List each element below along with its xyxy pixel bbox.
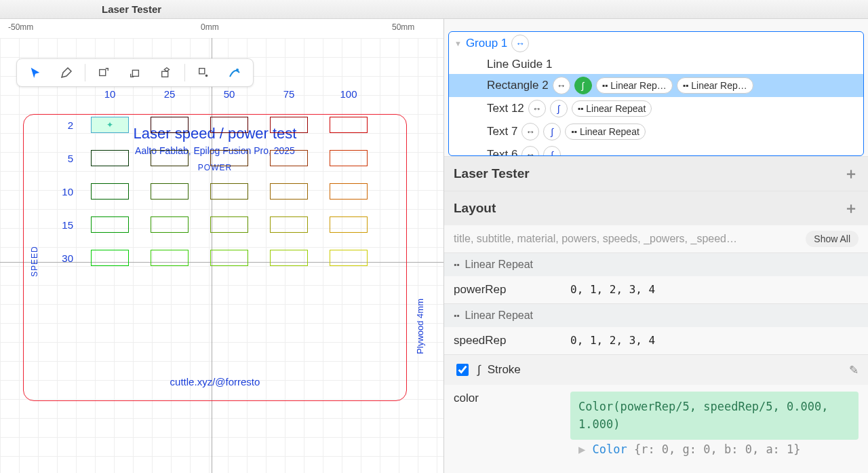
canvas-area[interactable]: -50mm 0mm 50mm Laser sp (0, 19, 444, 473)
repeat-icon: ▪▪ (683, 81, 689, 90)
outline-item[interactable]: Text 7 ↔ ∫ ▪▪Linear Repeat (449, 120, 863, 143)
shape-tool-1[interactable] (88, 60, 119, 85)
section-header[interactable]: Laser Tester ＋ (444, 157, 868, 191)
property-row: hairline (444, 470, 868, 473)
test-swatch[interactable] (330, 117, 368, 133)
test-swatch[interactable] (330, 250, 368, 266)
test-swatch[interactable] (91, 183, 129, 200)
test-swatch[interactable] (330, 216, 368, 233)
property-value[interactable]: 0, 1, 2, 3, 4 (570, 283, 859, 296)
stroke-enabled-checkbox[interactable] (456, 364, 469, 376)
test-swatch[interactable] (151, 183, 189, 200)
svg-point-4 (205, 75, 208, 77)
modifier-section: ▪▪ Linear Repeat (444, 303, 868, 327)
item-label: Text 12 (487, 102, 524, 115)
layer-outline: ▼ Group 1 ↔ Line Guide 1 Rectangle 2 ↔ ∫… (448, 31, 864, 156)
test-swatch[interactable] (151, 150, 189, 166)
test-swatch[interactable] (210, 183, 248, 200)
curve-icon: ∫ (551, 149, 553, 156)
property-key: speedRep (454, 334, 562, 347)
test-swatch[interactable] (270, 183, 308, 200)
test-swatch[interactable] (270, 117, 308, 133)
test-swatch-selected[interactable]: ✦ (91, 117, 129, 133)
test-swatch[interactable] (210, 150, 248, 166)
transform-pill[interactable]: ↔ (511, 35, 529, 52)
outline-item[interactable]: Text 12 ↔ ∫ ▪▪Linear Repeat (449, 97, 863, 120)
transform-pill[interactable]: ↔ (521, 123, 539, 140)
shape-tool-2[interactable] (119, 60, 151, 85)
snap-tool[interactable] (188, 60, 219, 85)
outline-item[interactable]: Text 6 ↔ ∫ (449, 143, 863, 156)
curve-icon: ∫ (477, 363, 481, 377)
test-swatch[interactable] (91, 216, 129, 233)
test-swatch[interactable] (91, 250, 129, 266)
test-swatch[interactable] (270, 250, 308, 266)
test-swatch[interactable] (330, 150, 368, 166)
modifier-title: Linear Repeat (465, 259, 534, 271)
item-label: Line Guide 1 (487, 58, 552, 71)
stroke-pill[interactable]: ∫ (543, 146, 561, 156)
toolbar-separator (184, 64, 185, 81)
edit-icon[interactable]: ✎ (849, 363, 859, 377)
modifier-title: Linear Repeat (465, 309, 534, 322)
disclosure-triangle-icon[interactable]: ▼ (454, 39, 462, 48)
modifier-pill[interactable]: ▪▪Linear Repeat (572, 100, 652, 117)
transform-pill[interactable]: ↔ (553, 77, 570, 94)
svg-point-5 (236, 69, 239, 71)
item-label: Text 7 (487, 125, 517, 138)
property-key: color (454, 392, 562, 405)
move-icon: ↔ (526, 149, 535, 156)
color-expression-input[interactable]: Color(powerRep/5, speedRep/5, 0.000, 1.0… (570, 392, 859, 440)
outline-item-selected[interactable]: Rectangle 2 ↔ ∫ ▪▪Linear Rep… ▪▪Linear R… (449, 74, 863, 97)
move-icon: ↔ (532, 103, 542, 114)
test-swatch[interactable] (151, 250, 189, 266)
stroke-pill[interactable]: ∫ (550, 100, 568, 117)
transform-pill[interactable]: ↔ (521, 146, 539, 156)
pen-tool[interactable] (51, 60, 82, 85)
outline-group[interactable]: ▼ Group 1 ↔ (449, 32, 863, 55)
test-swatch[interactable] (91, 150, 129, 166)
inspector-panel: ▼ Group 1 ↔ Line Guide 1 Rectangle 2 ↔ ∫… (444, 19, 868, 473)
curve-tool[interactable] (219, 60, 250, 85)
show-all-button[interactable]: Show All (806, 231, 859, 247)
modifier-pill[interactable]: ▪▪Linear Repeat (565, 124, 645, 140)
test-swatch[interactable] (330, 183, 368, 200)
power-header: 10 (80, 88, 140, 100)
property-key: powerRep (454, 283, 562, 297)
test-swatch[interactable] (210, 216, 248, 233)
stroke-pill[interactable]: ∫ (543, 123, 561, 140)
repeat-icon: ▪▪ (571, 127, 577, 136)
section-header[interactable]: Layout ＋ (444, 191, 868, 225)
transform-pill[interactable]: ↔ (528, 100, 546, 117)
test-swatch[interactable] (270, 150, 308, 166)
add-icon[interactable]: ＋ (844, 198, 859, 219)
property-row: speedRep 0, 1, 2, 3, 4 (444, 327, 868, 354)
test-swatch[interactable] (270, 216, 308, 233)
section-title: Laser Tester (454, 166, 530, 181)
disclosure-triangle-icon[interactable]: ▶ (578, 442, 585, 456)
modifier-pill[interactable]: ▪▪Linear Rep… (677, 77, 753, 94)
power-header: 75 (259, 88, 319, 100)
test-swatch[interactable] (151, 216, 189, 233)
shape-tool-3[interactable] (151, 60, 182, 85)
outline-item[interactable]: Line Guide 1 (449, 55, 863, 74)
move-icon: ↔ (515, 38, 525, 49)
modifier-pill[interactable]: ▪▪Linear Rep… (596, 77, 673, 94)
speed-header: 10 (53, 186, 80, 197)
add-icon[interactable]: ＋ (844, 164, 859, 184)
speed-header: 30 (53, 252, 80, 264)
speed-header: 15 (53, 219, 80, 231)
stroke-pill[interactable]: ∫ (574, 77, 592, 94)
speed-header: 2 (53, 119, 80, 131)
repeat-icon: ▪▪ (602, 81, 608, 90)
item-label: Text 6 (487, 148, 517, 156)
test-swatch[interactable] (210, 117, 248, 133)
repeat-icon: ▪▪ (454, 311, 460, 320)
property-value[interactable]: 0, 1, 2, 3, 4 (570, 334, 859, 347)
test-swatch[interactable] (151, 117, 189, 133)
test-swatch[interactable] (210, 250, 248, 266)
property-row: powerRep 0, 1, 2, 3, 4 (444, 276, 868, 303)
stroke-label: Stroke (488, 363, 521, 377)
select-tool[interactable] (20, 60, 51, 85)
toolbar-separator (85, 64, 85, 81)
